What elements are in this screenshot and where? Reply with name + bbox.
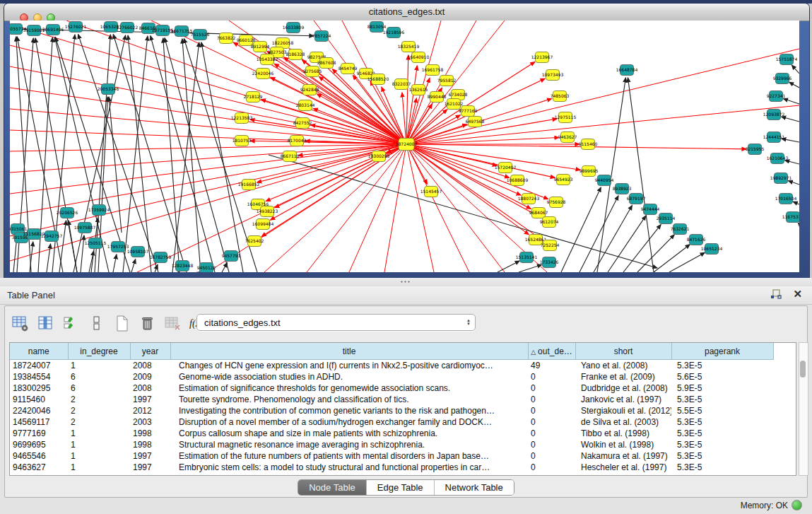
cell-year[interactable]: 1997 <box>130 450 170 462</box>
cell-title[interactable]: Tourette syndrome. Phenomenology and cla… <box>170 394 528 405</box>
cell-in_degree[interactable]: 6 <box>68 371 130 382</box>
split-divider[interactable] <box>0 278 812 286</box>
window-titlebar[interactable]: citations_edges.txt <box>4 4 809 21</box>
table-row[interactable]: 1938455462009Genome-wide association stu… <box>10 371 792 382</box>
cell-pagerank[interactable]: 5.3E-5 <box>671 394 773 405</box>
cell-year[interactable]: 1997 <box>130 462 170 473</box>
cell-short[interactable]: Tibbo et al. (1998) <box>575 428 671 439</box>
cell-name[interactable]: 9465546 <box>10 450 68 462</box>
float-panel-icon[interactable] <box>770 289 782 300</box>
cell-year[interactable]: 2003 <box>130 416 170 428</box>
cell-pagerank[interactable]: 5.5E-5 <box>671 405 773 416</box>
table-settings-icon[interactable] <box>11 314 30 333</box>
cell-out_de[interactable]: 0 <box>528 405 575 416</box>
table-row[interactable]: 969969511998Structural magnetic resonanc… <box>10 439 792 450</box>
new-column-icon[interactable] <box>112 314 131 333</box>
cell-pagerank[interactable]: 5.3E-5 <box>671 450 773 462</box>
cell-in_degree[interactable]: 2 <box>68 394 130 405</box>
cell-name[interactable]: 14569117 <box>10 416 68 428</box>
row-height-icon[interactable] <box>87 314 106 333</box>
cell-year[interactable]: 1998 <box>130 428 170 439</box>
cell-short[interactable]: Jankovic et al. (1997) <box>575 394 671 405</box>
cell-short[interactable]: Wolkin et al. (1998) <box>575 439 671 450</box>
cell-name[interactable]: 9777169 <box>10 428 68 439</box>
divider-grip-icon[interactable] <box>400 280 410 284</box>
table-row[interactable]: 977716911998Corpus callosum shape and si… <box>10 428 792 439</box>
cell-title[interactable]: Genome-wide association studies in ADHD. <box>170 371 528 382</box>
close-panel-icon[interactable]: ✕ <box>793 288 802 300</box>
cell-in_degree[interactable]: 2 <box>68 405 130 416</box>
tab-network-table[interactable]: Network Table <box>434 480 514 495</box>
cell-in_degree[interactable]: 1 <box>68 360 130 372</box>
column-header-out_de[interactable]: △out_de… <box>528 343 575 360</box>
network-canvas[interactable]: 3405571439159061306914061527602110653287… <box>10 21 799 272</box>
cell-title[interactable]: Embryonic stem cells: a model to study s… <box>170 462 528 473</box>
cell-pagerank[interactable]: 5.3E-5 <box>671 462 773 473</box>
cell-pagerank[interactable]: 5.9E-5 <box>671 382 773 394</box>
cell-short[interactable]: Franke et al. (2009) <box>575 371 671 382</box>
cell-short[interactable]: Nakamura et al. (1997) <box>575 450 671 462</box>
cell-pagerank[interactable]: 5.3E-5 <box>671 439 773 450</box>
column-visibility-icon[interactable] <box>36 314 55 333</box>
table-row[interactable]: 1456911722003Disruption of a novel membe… <box>10 416 792 428</box>
column-header-in_degree[interactable]: in_degree <box>68 343 130 360</box>
scrollbar-thumb[interactable] <box>800 361 806 378</box>
cell-pagerank[interactable]: 5.3E-5 <box>671 360 773 372</box>
cell-in_degree[interactable]: 1 <box>68 439 130 450</box>
cell-out_de[interactable]: 0 <box>528 450 575 462</box>
cell-out_de[interactable]: 0 <box>528 416 575 428</box>
cell-name[interactable]: 18724007 <box>10 360 68 372</box>
tab-node-table[interactable]: Node Table <box>298 480 366 495</box>
cell-title[interactable]: Structural magnetic resonance image aver… <box>170 439 528 450</box>
cell-name[interactable]: 19384554 <box>10 371 68 382</box>
table-row[interactable]: 1830029562008Estimation of significance … <box>10 382 792 394</box>
column-header-name[interactable]: name <box>10 343 68 360</box>
table-row[interactable]: 1872400712008Changes of HCN gene express… <box>10 360 792 372</box>
delete-table-icon[interactable] <box>163 314 182 333</box>
table-row[interactable]: 946554611997Estimation of the future num… <box>10 450 792 462</box>
cell-name[interactable]: 9115460 <box>10 394 68 405</box>
cell-year[interactable]: 2012 <box>130 405 170 416</box>
table-row[interactable]: 946362711997Embryonic stem cells: a mode… <box>10 462 792 473</box>
cell-year[interactable]: 2009 <box>130 371 170 382</box>
cell-name[interactable]: 9699695 <box>10 439 68 450</box>
cell-out_de[interactable]: 49 <box>528 360 575 372</box>
cell-out_de[interactable]: 0 <box>528 382 575 394</box>
cell-pagerank[interactable]: 5.3E-5 <box>671 416 773 428</box>
cell-out_de[interactable]: 0 <box>528 371 575 382</box>
cell-short[interactable]: Yano et al. (2008) <box>575 360 671 372</box>
delete-column-icon[interactable] <box>138 314 157 333</box>
cell-in_degree[interactable]: 6 <box>68 382 130 394</box>
cell-pagerank[interactable]: 5.6E-5 <box>671 371 773 382</box>
cell-out_de[interactable]: 0 <box>528 462 575 473</box>
cell-title[interactable]: Estimation of the future numbers of pati… <box>170 450 528 462</box>
cell-year[interactable]: 2008 <box>130 360 170 372</box>
column-header-pagerank[interactable]: pagerank <box>671 343 773 360</box>
cell-name[interactable]: 9463627 <box>10 462 68 473</box>
cell-out_de[interactable]: 0 <box>528 439 575 450</box>
cell-short[interactable]: Dudbridge et al. (2008) <box>575 382 671 394</box>
cell-year[interactable]: 1998 <box>130 439 170 450</box>
cell-short[interactable]: de Silva et al. (2003) <box>575 416 671 428</box>
table-row[interactable]: 2242004622012Investigating the contribut… <box>10 405 792 416</box>
cell-name[interactable]: 18300295 <box>10 382 68 394</box>
cell-pagerank[interactable]: 5.3E-5 <box>671 428 773 439</box>
cell-title[interactable]: Investigating the contribution of common… <box>170 405 528 416</box>
cell-out_de[interactable]: 0 <box>528 394 575 405</box>
select-columns-icon[interactable] <box>61 314 81 333</box>
cell-year[interactable]: 1997 <box>130 394 170 405</box>
cell-title[interactable]: Corpus callosum shape and size in male p… <box>170 428 528 439</box>
column-header-title[interactable]: title <box>170 343 528 360</box>
cell-title[interactable]: Changes of HCN gene expression and I(f) … <box>170 360 528 372</box>
cell-in_degree[interactable]: 1 <box>68 450 130 462</box>
cell-in_degree[interactable]: 2 <box>68 416 130 428</box>
cell-out_de[interactable]: 0 <box>528 428 575 439</box>
table-row[interactable]: 911546021997Tourette syndrome. Phenomeno… <box>10 394 792 405</box>
column-header-year[interactable]: year <box>130 343 170 360</box>
cell-short[interactable]: Hescheler et al. (1997) <box>575 462 671 473</box>
tab-edge-table[interactable]: Edge Table <box>366 480 434 495</box>
cell-title[interactable]: Estimation of significance thresholds fo… <box>170 382 528 394</box>
cell-name[interactable]: 22420046 <box>10 405 68 416</box>
cell-in_degree[interactable]: 1 <box>68 428 130 439</box>
table-select-dropdown[interactable]: citations_edges.txt ▲▼ <box>196 314 476 331</box>
